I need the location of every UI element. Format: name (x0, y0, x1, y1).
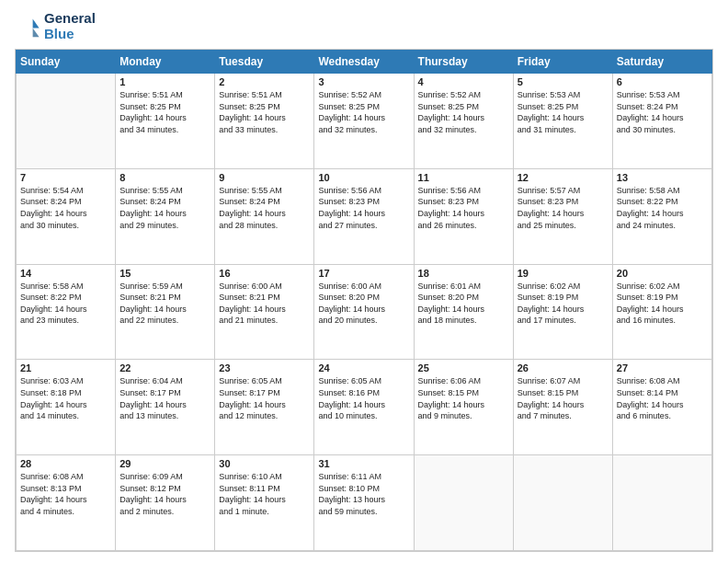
day-info: Sunrise: 6:08 AM Sunset: 8:13 PM Dayligh… (20, 471, 111, 517)
calendar-cell: 13Sunrise: 5:58 AM Sunset: 8:22 PM Dayli… (612, 168, 711, 264)
day-info: Sunrise: 5:51 AM Sunset: 8:25 PM Dayligh… (219, 89, 310, 135)
calendar-cell: 31Sunrise: 6:11 AM Sunset: 8:10 PM Dayli… (314, 455, 414, 551)
calendar-cell: 23Sunrise: 6:05 AM Sunset: 8:17 PM Dayli… (215, 360, 314, 455)
day-number: 31 (318, 458, 409, 469)
calendar-cell: 28Sunrise: 6:08 AM Sunset: 8:13 PM Dayli… (17, 455, 116, 551)
calendar-cell: 19Sunrise: 6:02 AM Sunset: 8:19 PM Dayli… (513, 264, 612, 360)
day-number: 27 (617, 362, 708, 373)
day-info: Sunrise: 5:52 AM Sunset: 8:25 PM Dayligh… (318, 89, 409, 135)
day-number: 17 (318, 268, 409, 279)
calendar-cell: 9Sunrise: 5:55 AM Sunset: 8:24 PM Daylig… (215, 168, 314, 264)
header: General Blue (15, 11, 713, 41)
day-number: 30 (219, 458, 310, 469)
calendar-body: 1Sunrise: 5:51 AM Sunset: 8:25 PM Daylig… (17, 74, 712, 551)
day-info: Sunrise: 5:57 AM Sunset: 8:23 PM Dayligh… (518, 185, 609, 231)
calendar-cell: 25Sunrise: 6:06 AM Sunset: 8:15 PM Dayli… (414, 360, 513, 455)
calendar-cell: 7Sunrise: 5:54 AM Sunset: 8:24 PM Daylig… (17, 168, 116, 264)
svg-marker-1 (33, 28, 40, 37)
calendar-cell: 27Sunrise: 6:08 AM Sunset: 8:14 PM Dayli… (612, 360, 711, 455)
day-number: 3 (318, 76, 409, 87)
calendar-cell: 3Sunrise: 5:52 AM Sunset: 8:25 PM Daylig… (314, 74, 414, 169)
calendar-cell: 17Sunrise: 6:00 AM Sunset: 8:20 PM Dayli… (314, 264, 414, 360)
calendar: SundayMondayTuesdayWednesdayThursdayFrid… (15, 49, 713, 552)
calendar-week-row: 28Sunrise: 6:08 AM Sunset: 8:13 PM Dayli… (17, 455, 712, 551)
day-number: 16 (219, 268, 310, 279)
day-info: Sunrise: 6:05 AM Sunset: 8:16 PM Dayligh… (318, 375, 409, 421)
day-info: Sunrise: 5:52 AM Sunset: 8:25 PM Dayligh… (418, 89, 509, 135)
calendar-cell: 29Sunrise: 6:09 AM Sunset: 8:12 PM Dayli… (116, 455, 215, 551)
day-number: 11 (418, 172, 509, 183)
calendar-cell: 26Sunrise: 6:07 AM Sunset: 8:15 PM Dayli… (513, 360, 612, 455)
day-info: Sunrise: 6:02 AM Sunset: 8:19 PM Dayligh… (617, 281, 708, 327)
day-number: 22 (119, 362, 210, 373)
weekday-header: Thursday (414, 51, 513, 74)
day-number: 7 (20, 172, 111, 183)
day-info: Sunrise: 6:07 AM Sunset: 8:15 PM Dayligh… (518, 375, 609, 421)
calendar-cell: 20Sunrise: 6:02 AM Sunset: 8:19 PM Dayli… (612, 264, 711, 360)
calendar-cell: 11Sunrise: 5:56 AM Sunset: 8:23 PM Dayli… (414, 168, 513, 264)
day-info: Sunrise: 5:58 AM Sunset: 8:22 PM Dayligh… (617, 185, 708, 231)
day-number: 21 (20, 362, 111, 373)
calendar-cell: 6Sunrise: 5:53 AM Sunset: 8:24 PM Daylig… (612, 74, 711, 169)
svg-marker-0 (33, 18, 40, 28)
day-info: Sunrise: 5:56 AM Sunset: 8:23 PM Dayligh… (318, 185, 409, 231)
day-info: Sunrise: 5:59 AM Sunset: 8:21 PM Dayligh… (119, 281, 210, 327)
day-number: 5 (518, 76, 609, 87)
day-number: 1 (119, 76, 210, 87)
logo-icon (15, 14, 40, 40)
day-info: Sunrise: 5:55 AM Sunset: 8:24 PM Dayligh… (219, 185, 310, 231)
day-number: 20 (617, 268, 708, 279)
logo-text: General Blue (44, 11, 96, 41)
day-number: 9 (219, 172, 310, 183)
day-info: Sunrise: 6:08 AM Sunset: 8:14 PM Dayligh… (617, 375, 708, 421)
day-number: 19 (518, 268, 609, 279)
weekday-header: Sunday (17, 51, 116, 74)
calendar-week-row: 7Sunrise: 5:54 AM Sunset: 8:24 PM Daylig… (17, 168, 712, 264)
day-info: Sunrise: 6:00 AM Sunset: 8:21 PM Dayligh… (219, 281, 310, 327)
day-info: Sunrise: 6:11 AM Sunset: 8:10 PM Dayligh… (318, 471, 409, 517)
calendar-cell: 16Sunrise: 6:00 AM Sunset: 8:21 PM Dayli… (215, 264, 314, 360)
day-number: 4 (418, 76, 509, 87)
calendar-cell: 14Sunrise: 5:58 AM Sunset: 8:22 PM Dayli… (17, 264, 116, 360)
day-number: 18 (418, 268, 509, 279)
weekday-header: Saturday (612, 51, 711, 74)
day-number: 8 (119, 172, 210, 183)
day-number: 10 (318, 172, 409, 183)
day-info: Sunrise: 5:53 AM Sunset: 8:24 PM Dayligh… (617, 89, 708, 135)
calendar-cell: 15Sunrise: 5:59 AM Sunset: 8:21 PM Dayli… (116, 264, 215, 360)
day-number: 6 (617, 76, 708, 87)
day-number: 26 (518, 362, 609, 373)
day-info: Sunrise: 6:02 AM Sunset: 8:19 PM Dayligh… (518, 281, 609, 327)
day-number: 25 (418, 362, 509, 373)
day-info: Sunrise: 6:00 AM Sunset: 8:20 PM Dayligh… (318, 281, 409, 327)
calendar-cell: 24Sunrise: 6:05 AM Sunset: 8:16 PM Dayli… (314, 360, 414, 455)
day-info: Sunrise: 6:06 AM Sunset: 8:15 PM Dayligh… (418, 375, 509, 421)
day-info: Sunrise: 6:10 AM Sunset: 8:11 PM Dayligh… (219, 471, 310, 517)
weekday-header: Monday (116, 51, 215, 74)
weekday-header: Tuesday (215, 51, 314, 74)
day-info: Sunrise: 5:56 AM Sunset: 8:23 PM Dayligh… (418, 185, 509, 231)
calendar-cell (513, 455, 612, 551)
weekday-row: SundayMondayTuesdayWednesdayThursdayFrid… (17, 51, 712, 74)
weekday-header: Friday (513, 51, 612, 74)
day-number: 28 (20, 458, 111, 469)
day-info: Sunrise: 6:01 AM Sunset: 8:20 PM Dayligh… (418, 281, 509, 327)
day-number: 14 (20, 268, 111, 279)
day-info: Sunrise: 5:53 AM Sunset: 8:25 PM Dayligh… (518, 89, 609, 135)
calendar-week-row: 1Sunrise: 5:51 AM Sunset: 8:25 PM Daylig… (17, 74, 712, 169)
day-number: 2 (219, 76, 310, 87)
weekday-header: Wednesday (314, 51, 414, 74)
calendar-week-row: 14Sunrise: 5:58 AM Sunset: 8:22 PM Dayli… (17, 264, 712, 360)
calendar-cell: 30Sunrise: 6:10 AM Sunset: 8:11 PM Dayli… (215, 455, 314, 551)
day-info: Sunrise: 6:05 AM Sunset: 8:17 PM Dayligh… (219, 375, 310, 421)
day-info: Sunrise: 6:03 AM Sunset: 8:18 PM Dayligh… (20, 375, 111, 421)
calendar-cell: 4Sunrise: 5:52 AM Sunset: 8:25 PM Daylig… (414, 74, 513, 169)
calendar-cell: 8Sunrise: 5:55 AM Sunset: 8:24 PM Daylig… (116, 168, 215, 264)
calendar-cell: 1Sunrise: 5:51 AM Sunset: 8:25 PM Daylig… (116, 74, 215, 169)
calendar-cell: 22Sunrise: 6:04 AM Sunset: 8:17 PM Dayli… (116, 360, 215, 455)
calendar-cell: 21Sunrise: 6:03 AM Sunset: 8:18 PM Dayli… (17, 360, 116, 455)
day-info: Sunrise: 5:51 AM Sunset: 8:25 PM Dayligh… (119, 89, 210, 135)
calendar-cell: 5Sunrise: 5:53 AM Sunset: 8:25 PM Daylig… (513, 74, 612, 169)
calendar-cell (17, 74, 116, 169)
day-number: 29 (119, 458, 210, 469)
